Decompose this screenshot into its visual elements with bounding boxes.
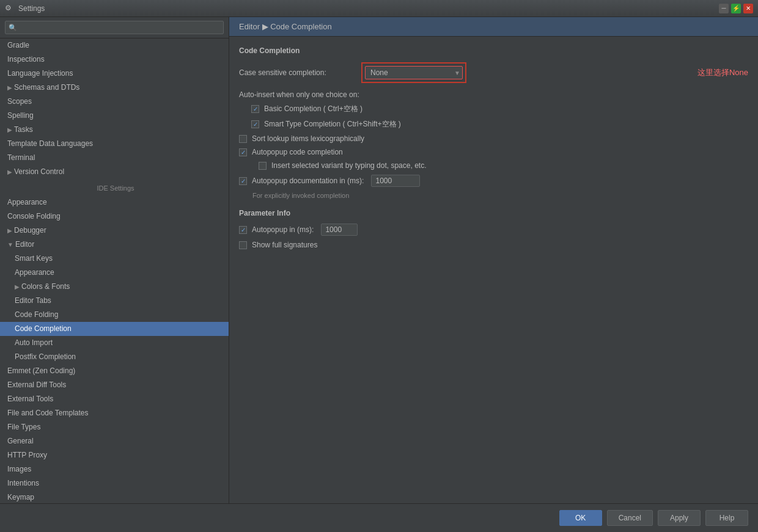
- sidebar-item-general[interactable]: General: [0, 434, 229, 448]
- sidebar-item-debugger[interactable]: Debugger: [0, 224, 229, 238]
- sidebar-item-colors-fonts[interactable]: Colors & Fonts: [0, 280, 229, 294]
- sort-lexicographically-checkbox[interactable]: [239, 135, 247, 143]
- smart-type-completion-checkbox[interactable]: [251, 120, 259, 128]
- case-sensitive-label: Case sensitive completion:: [239, 68, 361, 77]
- arrow-schemas: [7, 82, 12, 93]
- sidebar: 🔍 Gradle Inspections Language Injections…: [0, 17, 229, 503]
- help-button[interactable]: Help: [705, 510, 748, 526]
- sidebar-item-language-injections[interactable]: Language Injections: [0, 67, 229, 81]
- autopopup-in-label: Autopopup in (ms):: [252, 225, 314, 234]
- autopopup-in-row: Autopopup in (ms):: [239, 224, 748, 236]
- sidebar-item-inspections[interactable]: Inspections: [0, 53, 229, 67]
- sidebar-item-smart-keys[interactable]: Smart Keys: [0, 252, 229, 266]
- sidebar-item-file-code-templates[interactable]: File and Code Templates: [0, 406, 229, 420]
- sidebar-item-http-proxy[interactable]: HTTP Proxy: [0, 448, 229, 462]
- case-sensitive-wrapper: All First letter None ▼: [365, 66, 463, 79]
- case-sensitive-select[interactable]: All First letter None: [365, 66, 463, 79]
- sidebar-item-appearance[interactable]: Appearance: [0, 195, 229, 210]
- sidebar-item-editor-tabs[interactable]: Editor Tabs: [0, 294, 229, 308]
- basic-completion-label: Basic Completion ( Ctrl+空格 ): [264, 104, 362, 114]
- sidebar-item-template-data[interactable]: Template Data Languages: [0, 137, 229, 151]
- sidebar-item-images[interactable]: Images: [0, 462, 229, 476]
- autopopup-completion-label: Autopopup code completion: [252, 148, 343, 156]
- sidebar-item-scopes[interactable]: Scopes: [0, 95, 229, 109]
- annotation-text: 这里选择None: [697, 67, 748, 78]
- panel-breadcrumb: Editor ▶ Code Completion: [239, 22, 332, 31]
- insert-selected-variant-checkbox[interactable]: [259, 162, 267, 170]
- sort-lexicographically-label: Sort lookup items lexicographically: [252, 134, 364, 143]
- autopopup-documentation-checkbox[interactable]: [239, 177, 247, 185]
- ok-button[interactable]: OK: [559, 510, 602, 526]
- arrow-colors-fonts: [15, 281, 20, 293]
- sidebar-item-gradle[interactable]: Gradle: [0, 38, 229, 53]
- arrow-tasks: [7, 124, 12, 136]
- autopopup-in-checkbox[interactable]: [239, 226, 247, 234]
- show-full-signatures-row: Show full signatures: [239, 241, 748, 249]
- app-icon: ⚙: [5, 4, 15, 13]
- sidebar-item-code-completion[interactable]: Code Completion: [0, 322, 229, 336]
- sidebar-item-spelling[interactable]: Spelling: [0, 109, 229, 123]
- arrow-version-control: [7, 166, 12, 178]
- sidebar-item-postfix-completion[interactable]: Postfix Completion: [0, 350, 229, 364]
- apply-button[interactable]: Apply: [658, 510, 701, 526]
- sidebar-item-external-tools[interactable]: External Tools: [0, 392, 229, 406]
- section-title: Code Completion: [239, 46, 748, 55]
- insert-selected-variant-row: Insert selected variant by typing dot, s…: [239, 161, 748, 170]
- smart-type-completion-label: Smart Type Completion ( Ctrl+Shift+空格 ): [264, 119, 401, 129]
- sidebar-item-terminal[interactable]: Terminal: [0, 151, 229, 165]
- window-title: Settings: [18, 4, 719, 13]
- smart-type-completion-row: Smart Type Completion ( Ctrl+Shift+空格 ): [239, 119, 748, 129]
- search-icon: 🔍: [9, 24, 17, 32]
- sidebar-item-auto-import[interactable]: Auto Import: [0, 336, 229, 350]
- hint-text: For explicitly invoked completion: [252, 192, 748, 199]
- sidebar-item-version-control[interactable]: Version Control: [0, 165, 229, 179]
- autopopup-completion-row: Autopopup code completion: [239, 148, 748, 156]
- search-input[interactable]: [5, 21, 224, 34]
- case-sensitive-dropdown-box: All First letter None ▼: [361, 62, 466, 83]
- sidebar-item-console-folding[interactable]: Console Folding: [0, 210, 229, 224]
- sidebar-item-external-diff-tools[interactable]: External Diff Tools: [0, 378, 229, 392]
- autopopup-documentation-row: Autopopup documentation in (ms):: [239, 175, 748, 187]
- sidebar-item-code-folding[interactable]: Code Folding: [0, 308, 229, 322]
- insert-selected-variant-label: Insert selected variant by typing dot, s…: [271, 161, 426, 170]
- autopopup-documentation-label: Autopopup documentation in (ms):: [252, 177, 364, 185]
- sidebar-item-file-types[interactable]: File Types: [0, 420, 229, 434]
- window-controls: ─ ⚡ ✕: [719, 4, 753, 13]
- sort-lexicographically-row: Sort lookup items lexicographically: [239, 134, 748, 143]
- sidebar-item-appearance-sub[interactable]: Appearance: [0, 266, 229, 280]
- sidebar-item-tasks[interactable]: Tasks: [0, 123, 229, 137]
- basic-completion-checkbox[interactable]: [251, 105, 259, 113]
- sidebar-item-keymap[interactable]: Keymap: [0, 490, 229, 503]
- ide-settings-header: IDE Settings: [0, 179, 229, 195]
- parameter-info-title: Parameter Info: [239, 209, 748, 217]
- bottom-bar: OK Cancel Apply Help: [0, 503, 758, 532]
- arrow-editor: [7, 239, 13, 250]
- search-wrapper: 🔍: [5, 21, 224, 34]
- maximize-button[interactable]: ⚡: [731, 4, 741, 13]
- sidebar-item-emmet[interactable]: Emmet (Zen Coding): [0, 364, 229, 378]
- sidebar-item-schemas-dtds[interactable]: Schemas and DTDs: [0, 81, 229, 95]
- minimize-button[interactable]: ─: [719, 4, 729, 13]
- show-full-signatures-label: Show full signatures: [252, 241, 317, 249]
- basic-completion-row: Basic Completion ( Ctrl+空格 ): [239, 104, 748, 114]
- main-container: 🔍 Gradle Inspections Language Injections…: [0, 17, 758, 532]
- content-area: 🔍 Gradle Inspections Language Injections…: [0, 17, 758, 503]
- titlebar: ⚙ Settings ─ ⚡ ✕: [0, 0, 758, 17]
- sidebar-item-editor[interactable]: Editor: [0, 238, 229, 252]
- panel-header: Editor ▶ Code Completion: [229, 17, 758, 37]
- cancel-button[interactable]: Cancel: [607, 510, 653, 526]
- right-panel: Editor ▶ Code Completion Code Completion…: [229, 17, 758, 503]
- arrow-debugger: [7, 225, 12, 236]
- show-full-signatures-checkbox[interactable]: [239, 241, 247, 249]
- tree-container: Gradle Inspections Language Injections S…: [0, 38, 229, 503]
- search-box: 🔍: [0, 17, 229, 38]
- panel-content: Code Completion Case sensitive completio…: [229, 37, 758, 503]
- sidebar-item-intentions[interactable]: Intentions: [0, 476, 229, 490]
- autopopup-in-input[interactable]: [321, 224, 358, 236]
- autopopup-documentation-input[interactable]: [371, 175, 420, 187]
- auto-insert-label: Auto-insert when only one choice on:: [239, 90, 748, 99]
- close-button[interactable]: ✕: [743, 4, 753, 13]
- autopopup-completion-checkbox[interactable]: [239, 148, 247, 156]
